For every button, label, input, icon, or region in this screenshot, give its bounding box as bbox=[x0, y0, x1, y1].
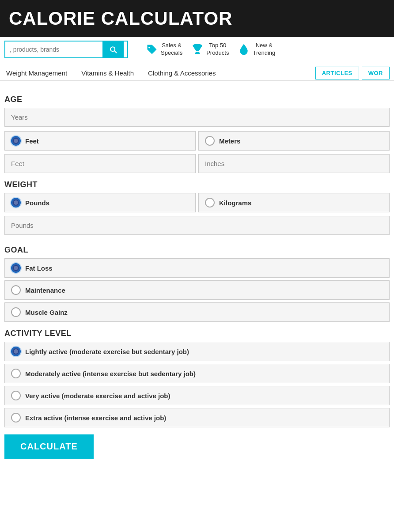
goal-maintenance-option[interactable]: Maintenance bbox=[4, 280, 390, 300]
goal-maintenance-radio bbox=[11, 285, 21, 295]
height-units-row: Feet Meters bbox=[4, 131, 390, 151]
goal-muscle-gainz-option[interactable]: Muscle Gainz bbox=[4, 302, 390, 322]
trophy-icon bbox=[191, 43, 204, 56]
app-header: CALORIE CALCULATOR bbox=[0, 0, 394, 37]
activity-very-active-label: Very active (moderate exercise and activ… bbox=[25, 392, 170, 400]
goal-muscle-gainz-radio bbox=[11, 307, 21, 317]
calculator-content: AGE Feet Meters WEIGHT Pounds Kilograms … bbox=[0, 81, 394, 468]
weight-kilograms-label: Kilograms bbox=[219, 199, 251, 207]
height-meters-option[interactable]: Meters bbox=[198, 131, 390, 151]
articles-button[interactable]: ARTICLES bbox=[315, 67, 359, 79]
height-feet-option[interactable]: Feet bbox=[4, 131, 196, 151]
activity-moderately-active-radio bbox=[11, 369, 21, 378]
weight-kilograms-radio bbox=[205, 198, 215, 208]
weight-pounds-radio bbox=[11, 198, 21, 208]
cat-nav-buttons: ARTICLES WOR bbox=[315, 67, 390, 79]
nav-bar: Sales &Specials Top 50Products New &Tren… bbox=[0, 37, 394, 81]
age-label: AGE bbox=[4, 95, 390, 104]
age-input[interactable] bbox=[4, 108, 390, 127]
weight-pounds-label: Pounds bbox=[25, 199, 49, 207]
height-meters-radio bbox=[205, 136, 215, 146]
nav-icons: Sales &Specials Top 50Products New &Tren… bbox=[146, 42, 275, 57]
weight-kilograms-option[interactable]: Kilograms bbox=[198, 193, 390, 212]
nav-new-trending[interactable]: New &Trending bbox=[238, 42, 275, 57]
page-title: CALORIE CALCULATOR bbox=[9, 8, 385, 29]
wor-button[interactable]: WOR bbox=[362, 67, 390, 79]
calculate-button[interactable]: CALCULATE bbox=[4, 434, 94, 459]
tag-icon bbox=[146, 43, 158, 56]
nav-top: Sales &Specials Top 50Products New &Tren… bbox=[4, 37, 390, 62]
goal-muscle-gainz-label: Muscle Gainz bbox=[25, 309, 68, 316]
cat-weight-management[interactable]: Weight Management bbox=[4, 66, 74, 80]
search-icon bbox=[109, 45, 117, 54]
activity-extra-active-option[interactable]: Extra active (intense exercise and activ… bbox=[4, 408, 390, 427]
height-feet-input[interactable] bbox=[4, 154, 196, 173]
new-trending-label: New &Trending bbox=[253, 42, 275, 57]
weight-pounds-option[interactable]: Pounds bbox=[4, 193, 196, 212]
activity-extra-active-label: Extra active (intense exercise and activ… bbox=[25, 414, 166, 422]
goal-label: GOAL bbox=[4, 245, 390, 255]
goal-fat-loss-radio bbox=[11, 263, 21, 273]
search-input[interactable] bbox=[5, 42, 102, 57]
activity-very-active-option[interactable]: Very active (moderate exercise and activ… bbox=[4, 386, 390, 405]
activity-very-active-radio bbox=[11, 391, 21, 400]
cat-clothing[interactable]: Clothing & Accessories bbox=[141, 66, 223, 80]
activity-lightly-active-radio bbox=[11, 347, 21, 356]
goal-fat-loss-option[interactable]: Fat Loss bbox=[4, 258, 390, 278]
search-button[interactable] bbox=[102, 42, 124, 57]
nav-top50[interactable]: Top 50Products bbox=[191, 42, 229, 57]
height-inches-input[interactable] bbox=[198, 154, 390, 173]
weight-units-row: Pounds Kilograms bbox=[4, 193, 390, 212]
drop-icon bbox=[238, 43, 250, 56]
activity-extra-active-radio bbox=[11, 413, 21, 423]
height-inputs-row bbox=[4, 154, 390, 173]
weight-label: WEIGHT bbox=[4, 180, 390, 189]
height-meters-label: Meters bbox=[219, 137, 240, 145]
cat-vitamins-health[interactable]: Vitamins & Health bbox=[74, 66, 141, 80]
sales-label: Sales &Specials bbox=[161, 42, 182, 57]
height-feet-label: Feet bbox=[25, 137, 39, 145]
activity-lightly-active-label: Lightly active (moderate exercise but se… bbox=[25, 348, 189, 355]
search-container bbox=[4, 41, 128, 58]
goal-fat-loss-label: Fat Loss bbox=[25, 264, 53, 272]
activity-lightly-active-option[interactable]: Lightly active (moderate exercise but se… bbox=[4, 342, 390, 361]
weight-input[interactable] bbox=[4, 216, 390, 235]
category-nav: Weight Management Vitamins & Health Clot… bbox=[4, 62, 390, 80]
activity-moderately-active-option[interactable]: Moderately active (intense exercise but … bbox=[4, 364, 390, 383]
nav-sales-specials[interactable]: Sales &Specials bbox=[146, 42, 182, 57]
top50-label: Top 50Products bbox=[206, 42, 229, 57]
height-feet-radio bbox=[11, 136, 21, 146]
activity-moderately-active-label: Moderately active (intense exercise but … bbox=[25, 370, 196, 377]
goal-maintenance-label: Maintenance bbox=[25, 287, 65, 294]
activity-label: ACTIVITY LEVEL bbox=[4, 329, 390, 338]
